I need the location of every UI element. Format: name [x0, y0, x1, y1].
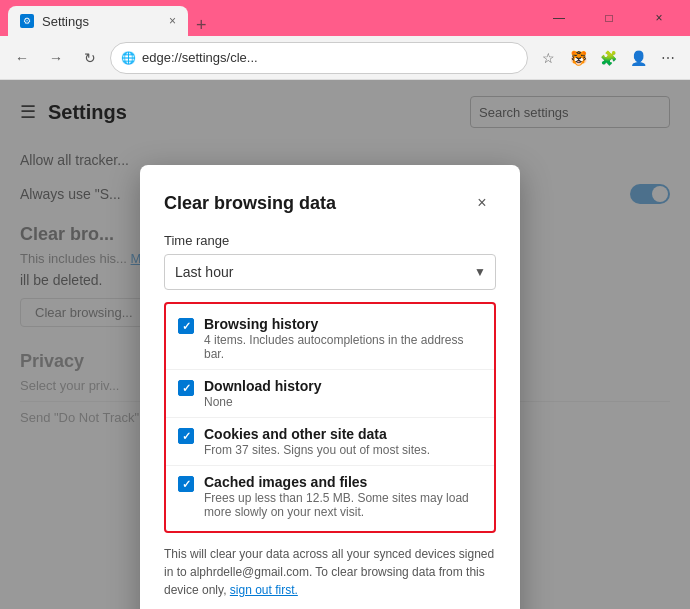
modal-title: Clear browsing data [164, 193, 336, 214]
cached-text: Cached images and files Frees up less th… [204, 474, 482, 519]
more-icon[interactable]: ⋯ [654, 44, 682, 72]
window-controls: — □ × [536, 2, 682, 34]
cached-checkbox[interactable] [178, 476, 194, 492]
browsing-history-desc: 4 items. Includes autocompletions in the… [204, 333, 482, 361]
refresh-button[interactable]: ↻ [76, 44, 104, 72]
download-history-item[interactable]: Download history None [166, 369, 494, 417]
favorites-icon[interactable]: ☆ [534, 44, 562, 72]
browsing-history-checkbox[interactable] [178, 318, 194, 334]
active-tab[interactable]: ⚙ Settings × [8, 6, 188, 36]
browser-titlebar: ⚙ Settings × + — □ × [0, 0, 690, 36]
sync-notice: This will clear your data across all you… [164, 545, 496, 599]
download-history-title: Download history [204, 378, 321, 394]
modal-header: Clear browsing data × [164, 189, 496, 217]
time-range-wrapper: Last hour Last 24 hours Last 7 days Last… [164, 254, 496, 290]
cached-item[interactable]: Cached images and files Frees up less th… [166, 465, 494, 527]
collections-icon[interactable]: 🐯 [564, 44, 592, 72]
checkbox-list: Browsing history 4 items. Includes autoc… [164, 302, 496, 533]
download-history-text: Download history None [204, 378, 321, 409]
download-history-desc: None [204, 395, 321, 409]
cached-desc: Frees up less than 12.5 MB. Some sites m… [204, 491, 482, 519]
modal-close-button[interactable]: × [468, 189, 496, 217]
time-range-label: Time range [164, 233, 496, 248]
tab-area: ⚙ Settings × + [8, 0, 530, 36]
cookies-title: Cookies and other site data [204, 426, 430, 442]
tab-favicon: ⚙ [20, 14, 34, 28]
browsing-history-item[interactable]: Browsing history 4 items. Includes autoc… [166, 308, 494, 369]
sign-out-link[interactable]: sign out first. [230, 583, 298, 597]
cookies-desc: From 37 sites. Signs you out of most sit… [204, 443, 430, 457]
cached-title: Cached images and files [204, 474, 482, 490]
back-button[interactable]: ← [8, 44, 36, 72]
new-tab-button[interactable]: + [188, 15, 215, 36]
browsing-history-title: Browsing history [204, 316, 482, 332]
tab-close-button[interactable]: × [169, 14, 176, 28]
cookies-text: Cookies and other site data From 37 site… [204, 426, 430, 457]
maximize-button[interactable]: □ [586, 2, 632, 34]
page-content: ☰ Settings Allow all tracker... Always u… [0, 80, 690, 609]
address-bar[interactable]: 🌐 edge://settings/cle... [110, 42, 528, 74]
toolbar-icons: ☆ 🐯 🧩 👤 ⋯ [534, 44, 682, 72]
cookies-item[interactable]: Cookies and other site data From 37 site… [166, 417, 494, 465]
close-button[interactable]: × [636, 2, 682, 34]
browser-toolbar: ← → ↻ 🌐 edge://settings/cle... ☆ 🐯 🧩 👤 ⋯ [0, 36, 690, 80]
extensions-icon[interactable]: 🧩 [594, 44, 622, 72]
clear-browsing-modal: Clear browsing data × Time range Last ho… [140, 165, 520, 609]
browsing-history-text: Browsing history 4 items. Includes autoc… [204, 316, 482, 361]
profile-icon[interactable]: 👤 [624, 44, 652, 72]
address-icon: 🌐 [121, 51, 136, 65]
minimize-button[interactable]: — [536, 2, 582, 34]
tab-label: Settings [42, 14, 89, 29]
time-range-select[interactable]: Last hour Last 24 hours Last 7 days Last… [164, 254, 496, 290]
download-history-checkbox[interactable] [178, 380, 194, 396]
cookies-checkbox[interactable] [178, 428, 194, 444]
forward-button[interactable]: → [42, 44, 70, 72]
address-url: edge://settings/cle... [142, 50, 517, 65]
